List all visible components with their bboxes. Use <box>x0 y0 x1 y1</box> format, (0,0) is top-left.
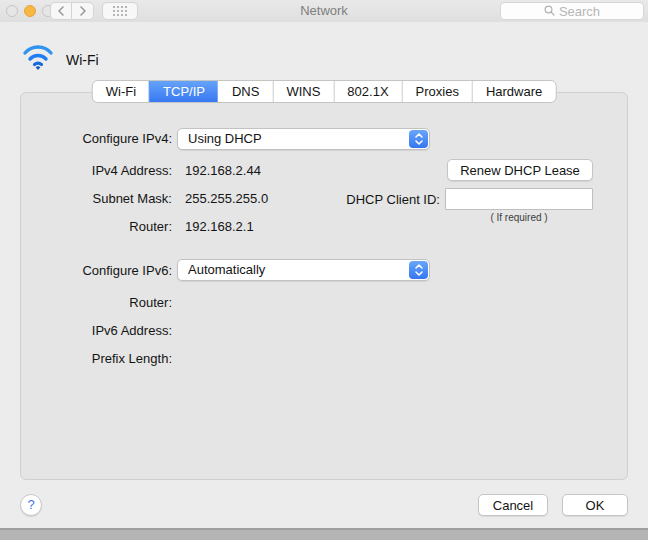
connection-name: Wi-Fi <box>66 52 99 68</box>
titlebar: Network Search <box>0 0 648 22</box>
dropdown-stepper-icon <box>409 261 428 279</box>
configure-ipv6-selected-value: Automatically <box>188 262 265 277</box>
tab-wifi[interactable]: Wi-Fi <box>93 81 149 102</box>
dropdown-stepper-icon <box>409 130 428 148</box>
show-all-button[interactable] <box>102 2 138 20</box>
tab-bar: Wi-Fi TCP/IP DNS WINS 802.1X Proxies Har… <box>92 80 557 103</box>
configure-ipv4-dropdown[interactable]: Using DHCP <box>177 128 430 150</box>
tab-dns[interactable]: DNS <box>218 81 272 102</box>
tab-tcpip[interactable]: TCP/IP <box>149 81 218 102</box>
ipv4-address-value: 192.168.2.44 <box>185 163 261 178</box>
chevron-right-icon <box>79 2 87 20</box>
prefix-length-label: Prefix Length: <box>0 351 172 366</box>
tab-content-panel <box>20 92 628 480</box>
dhcp-client-id-label: DHCP Client ID: <box>300 192 440 207</box>
nav-history-buttons <box>50 2 94 20</box>
tab-wins[interactable]: WINS <box>272 81 333 102</box>
desktop-background-strip <box>0 530 648 540</box>
configure-ipv6-dropdown[interactable]: Automatically <box>177 259 430 281</box>
connection-header: Wi-Fi <box>22 44 99 75</box>
grid-icon <box>113 6 128 17</box>
network-preferences-window: Network Search <box>0 0 648 540</box>
tab-hardware[interactable]: Hardware <box>472 81 555 102</box>
dhcp-client-id-hint: ( If required ) <box>445 212 593 223</box>
search-input[interactable]: Search <box>500 2 644 20</box>
ok-button[interactable]: OK <box>562 494 628 516</box>
wifi-icon <box>22 44 54 75</box>
subnet-mask-value: 255.255.255.0 <box>185 191 268 206</box>
chevron-left-icon <box>57 2 65 20</box>
help-button[interactable]: ? <box>20 494 42 516</box>
dhcp-client-id-input[interactable] <box>445 188 593 210</box>
search-placeholder: Search <box>559 4 600 19</box>
tab-proxies[interactable]: Proxies <box>402 81 472 102</box>
ipv6-router-label: Router: <box>0 295 172 310</box>
ipv4-router-label: Router: <box>0 219 172 234</box>
back-button[interactable] <box>50 2 72 20</box>
close-button[interactable] <box>6 5 18 17</box>
forward-button[interactable] <box>72 2 94 20</box>
configure-ipv4-selected-value: Using DHCP <box>188 131 262 146</box>
search-icon <box>544 4 555 19</box>
ipv4-router-value: 192.168.2.1 <box>185 219 254 234</box>
ipv4-address-label: IPv4 Address: <box>0 163 172 178</box>
cancel-button[interactable]: Cancel <box>478 494 548 516</box>
configure-ipv4-label: Configure IPv4: <box>0 131 172 146</box>
tab-8021x[interactable]: 802.1X <box>333 81 401 102</box>
subnet-mask-label: Subnet Mask: <box>0 191 172 206</box>
minimize-button[interactable] <box>24 5 36 17</box>
configure-ipv6-label: Configure IPv6: <box>0 263 172 278</box>
ipv6-address-label: IPv6 Address: <box>0 323 172 338</box>
renew-dhcp-lease-button[interactable]: Renew DHCP Lease <box>447 159 593 181</box>
